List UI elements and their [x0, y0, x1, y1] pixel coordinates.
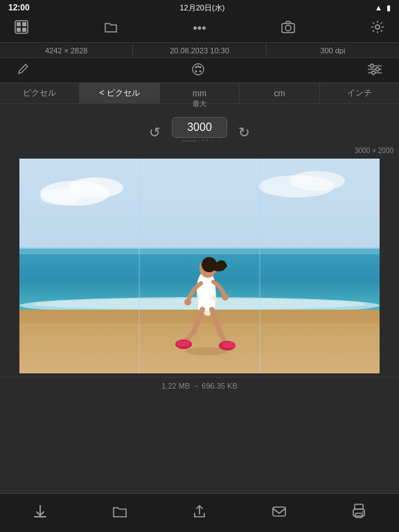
svg-point-13 [197, 65, 200, 67]
svg-rect-1 [17, 22, 21, 26]
svg-rect-49 [355, 513, 362, 517]
undo-button[interactable]: ↺ [149, 124, 161, 141]
svg-rect-2 [22, 22, 26, 26]
svg-rect-22 [19, 247, 380, 254]
file-size-text: 1.22 MB → 696.35 KB [161, 382, 237, 390]
share-icon[interactable] [186, 497, 213, 529]
svg-point-11 [195, 70, 197, 72]
svg-rect-46 [273, 507, 285, 516]
palette-icon[interactable] [191, 62, 205, 79]
top-toolbar: ••• [0, 15, 399, 43]
image-datetime: 20.08.2023 10:30 [133, 43, 266, 58]
settings-icon[interactable] [370, 19, 385, 38]
tab-inch[interactable]: インチ [320, 83, 399, 103]
svg-point-8 [193, 64, 204, 75]
svg-point-6 [285, 26, 291, 31]
svg-point-12 [200, 70, 202, 72]
tab-lt-pixel[interactable]: < ピクセル [80, 83, 159, 103]
status-date: 12月20日(水) [180, 3, 225, 13]
file-size-bar: 1.22 MB → 696.35 KB [0, 377, 399, 393]
svg-point-36 [202, 257, 217, 272]
canvas-area: 3000 × 2000 [0, 141, 399, 377]
mail-icon[interactable] [265, 497, 293, 529]
svg-point-18 [376, 67, 380, 71]
download-icon[interactable] [26, 497, 54, 529]
image-container [19, 159, 380, 373]
svg-rect-42 [222, 342, 235, 348]
svg-rect-40 [177, 341, 190, 346]
pixel-value-input[interactable] [172, 117, 227, 138]
image-dimensions: 4242 × 2828 [0, 43, 133, 58]
info-bar: 4242 × 2828 20.08.2023 10:30 300 dpi [0, 43, 399, 58]
svg-point-43 [186, 347, 227, 355]
svg-point-9 [195, 66, 197, 68]
svg-point-37 [184, 299, 191, 305]
image-dpi: 300 dpi [267, 43, 399, 58]
battery-icon: ▮ [387, 3, 391, 12]
dimension-label: 3000 × 2000 [355, 147, 393, 154]
print-icon[interactable] [345, 497, 373, 529]
svg-point-31 [290, 171, 345, 190]
svg-rect-47 [355, 504, 363, 509]
more-icon[interactable]: ••• [193, 21, 206, 36]
folder-icon[interactable] [103, 19, 118, 38]
bottom-toolbar [0, 493, 399, 532]
svg-point-10 [200, 66, 202, 68]
svg-point-38 [222, 294, 229, 301]
wifi-icon: ▲ [375, 3, 382, 12]
svg-rect-3 [17, 28, 21, 32]
mode-toolbar [0, 58, 399, 83]
svg-rect-4 [22, 28, 26, 32]
svg-point-19 [372, 71, 375, 74]
folder-save-icon[interactable] [106, 497, 134, 529]
value-label: 最大 [193, 100, 206, 107]
tab-pixel[interactable]: ピクセル [0, 83, 80, 103]
svg-point-17 [371, 64, 374, 67]
beach-image [19, 159, 380, 373]
redo-button[interactable]: ↻ [238, 124, 250, 141]
status-right: ▲ ▮ [375, 3, 391, 12]
adjust-icon[interactable] [367, 63, 382, 78]
svg-point-50 [362, 511, 364, 513]
tab-cm[interactable]: cm [240, 83, 319, 103]
value-controls: 最大 ↺ ≤ 8000 ピクセル ↻ [0, 104, 399, 137]
gallery-icon[interactable] [14, 19, 29, 38]
svg-point-7 [375, 25, 380, 29]
status-bar: 12:00 12月20日(水) ▲ ▮ [0, 0, 399, 15]
status-time: 12:00 [8, 3, 30, 12]
camera-icon[interactable] [281, 19, 296, 38]
svg-point-29 [40, 188, 82, 205]
pencil-icon[interactable] [17, 63, 29, 78]
